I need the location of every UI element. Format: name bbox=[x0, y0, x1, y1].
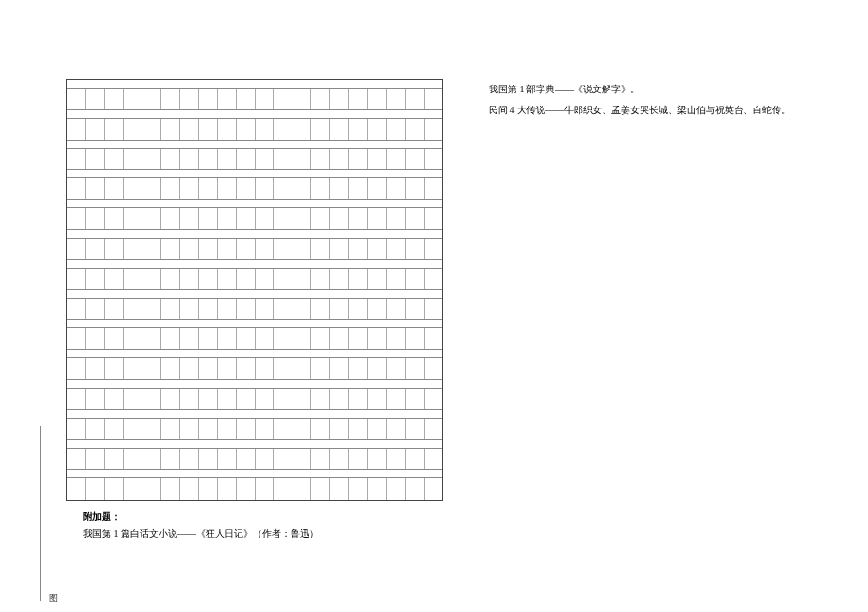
grid-cell bbox=[218, 239, 237, 259]
grid-cell bbox=[180, 149, 199, 170]
grid-cell bbox=[199, 178, 218, 199]
grid-cell bbox=[274, 149, 292, 170]
grid-cell bbox=[311, 299, 330, 320]
grid-cell-row bbox=[67, 89, 442, 110]
grid-cell bbox=[256, 419, 275, 439]
grid-cell bbox=[368, 239, 387, 259]
grid-cell bbox=[161, 239, 180, 259]
grid-cell bbox=[237, 269, 256, 289]
grid-cell bbox=[274, 119, 292, 140]
grid-cell bbox=[292, 208, 311, 229]
grid-cell bbox=[161, 419, 180, 439]
right-line-2: 民间 4 大传说——牛郎织女、孟姜女哭长城、梁山伯与祝英台、白蛇传。 bbox=[489, 105, 791, 115]
grid-cell bbox=[237, 119, 256, 140]
grid-cell bbox=[67, 269, 86, 289]
grid-cell bbox=[180, 299, 199, 320]
grid-cell bbox=[292, 449, 311, 470]
grid-cell bbox=[161, 119, 180, 140]
writing-grid bbox=[66, 79, 443, 501]
grid-cell bbox=[311, 178, 330, 199]
grid-cell bbox=[425, 328, 442, 349]
grid-cell bbox=[425, 358, 442, 379]
grid-cell bbox=[387, 119, 406, 140]
grid-gap-row bbox=[67, 410, 442, 419]
grid-cell bbox=[425, 89, 442, 109]
grid-cell bbox=[274, 239, 292, 259]
grid-cell bbox=[180, 119, 199, 140]
grid-cell bbox=[406, 419, 425, 439]
grid-cell bbox=[180, 358, 199, 379]
grid-cell bbox=[161, 208, 180, 229]
grid-gap-row bbox=[67, 320, 442, 328]
grid-cell bbox=[105, 419, 124, 439]
grid-cell bbox=[406, 208, 425, 229]
grid-cell bbox=[161, 178, 180, 199]
grid-cell bbox=[142, 299, 161, 320]
grid-cell bbox=[86, 358, 105, 379]
grid-cell bbox=[86, 178, 105, 199]
grid-cell bbox=[256, 389, 275, 409]
grid-cell bbox=[237, 299, 256, 320]
grid-cell bbox=[425, 389, 442, 409]
grid-gap-row bbox=[67, 350, 442, 358]
grid-gap-row bbox=[67, 290, 442, 299]
grid-cell bbox=[368, 119, 387, 140]
grid-cell bbox=[124, 119, 142, 140]
grid-cell bbox=[105, 478, 124, 500]
grid-cell bbox=[274, 358, 292, 379]
grid-cell-row bbox=[67, 149, 442, 171]
grid-cell bbox=[199, 478, 218, 500]
grid-cell bbox=[292, 419, 311, 439]
grid-gap-row bbox=[67, 170, 442, 178]
grid-cell bbox=[311, 149, 330, 170]
grid-gap-row bbox=[67, 380, 442, 389]
grid-cell bbox=[67, 358, 86, 379]
grid-cell bbox=[256, 299, 275, 320]
grid-cell bbox=[142, 208, 161, 229]
grid-cell bbox=[86, 328, 105, 349]
grid-cell bbox=[425, 449, 442, 470]
grid-cell bbox=[199, 419, 218, 439]
grid-gap-row bbox=[67, 141, 442, 149]
grid-cell bbox=[292, 239, 311, 259]
grid-cell bbox=[105, 328, 124, 349]
grid-cell bbox=[406, 299, 425, 320]
grid-cell bbox=[406, 358, 425, 379]
grid-cell bbox=[387, 269, 406, 289]
grid-cell bbox=[161, 149, 180, 170]
grid-cell bbox=[330, 178, 349, 199]
grid-cell bbox=[67, 419, 86, 439]
grid-cell bbox=[349, 328, 368, 349]
grid-cell bbox=[425, 299, 442, 320]
grid-cell bbox=[218, 358, 237, 379]
grid-gap-row bbox=[67, 440, 442, 449]
grid-cell-row bbox=[67, 119, 442, 141]
grid-cell bbox=[142, 389, 161, 409]
grid-cell bbox=[311, 419, 330, 439]
grid-cell bbox=[274, 449, 292, 470]
grid-cell bbox=[387, 328, 406, 349]
grid-cell bbox=[311, 389, 330, 409]
grid-cell bbox=[86, 478, 105, 500]
grid-cell bbox=[292, 389, 311, 409]
grid-cell-row bbox=[67, 239, 442, 260]
grid-cell-row bbox=[67, 208, 442, 230]
grid-cell bbox=[86, 269, 105, 289]
grid-cell bbox=[124, 299, 142, 320]
grid-cell bbox=[142, 328, 161, 349]
grid-cell bbox=[425, 239, 442, 259]
grid-cell bbox=[330, 328, 349, 349]
grid-cell bbox=[406, 269, 425, 289]
grid-cell bbox=[274, 419, 292, 439]
page-mark: 图 bbox=[49, 592, 58, 604]
grid-cell bbox=[406, 89, 425, 109]
grid-cell bbox=[124, 149, 142, 170]
grid-cell bbox=[105, 119, 124, 140]
grid-cell bbox=[387, 449, 406, 470]
grid-cell bbox=[311, 358, 330, 379]
grid-cell bbox=[311, 328, 330, 349]
grid-cell bbox=[199, 389, 218, 409]
grid-cell bbox=[274, 389, 292, 409]
grid-cell bbox=[237, 389, 256, 409]
grid-cell bbox=[256, 449, 275, 470]
